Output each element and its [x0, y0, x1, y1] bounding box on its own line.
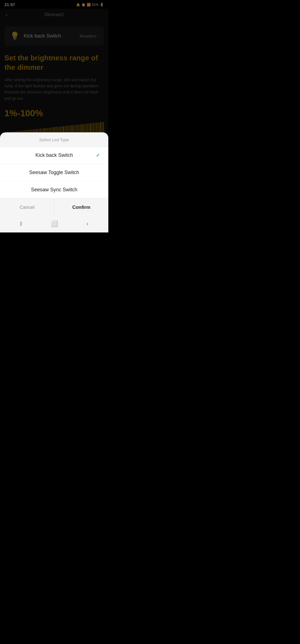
sheet-title: Select Led Type: [0, 132, 108, 147]
option-kick-back-switch[interactable]: Kick back Switch ✓: [0, 147, 108, 164]
cancel-button[interactable]: Cancel: [0, 199, 54, 216]
option-label-seesaw-sync: Seesaw Sync Switch: [31, 187, 77, 193]
option-seesaw-toggle[interactable]: Seesaw Toggle Switch: [0, 164, 108, 181]
check-icon-kick-back: ✓: [96, 152, 100, 158]
nav-back-icon[interactable]: ‹: [87, 220, 89, 227]
sheet-actions: Cancel Confirm: [0, 198, 108, 216]
nav-home-icon[interactable]: ⬜: [51, 220, 58, 227]
confirm-button[interactable]: Confirm: [54, 199, 109, 216]
sheet-options: Kick back Switch ✓ Seesaw Toggle Switch …: [0, 147, 108, 198]
bottom-sheet: Select Led Type Kick back Switch ✓ Seesa…: [0, 132, 108, 232]
nav-bar: ⦀ ⬜ ‹: [0, 216, 108, 232]
option-label-seesaw-toggle: Seesaw Toggle Switch: [29, 170, 79, 175]
option-seesaw-sync[interactable]: Seesaw Sync Switch: [0, 181, 108, 198]
nav-recent-icon[interactable]: ⦀: [20, 220, 22, 227]
option-label-kick-back: Kick back Switch: [35, 152, 73, 158]
